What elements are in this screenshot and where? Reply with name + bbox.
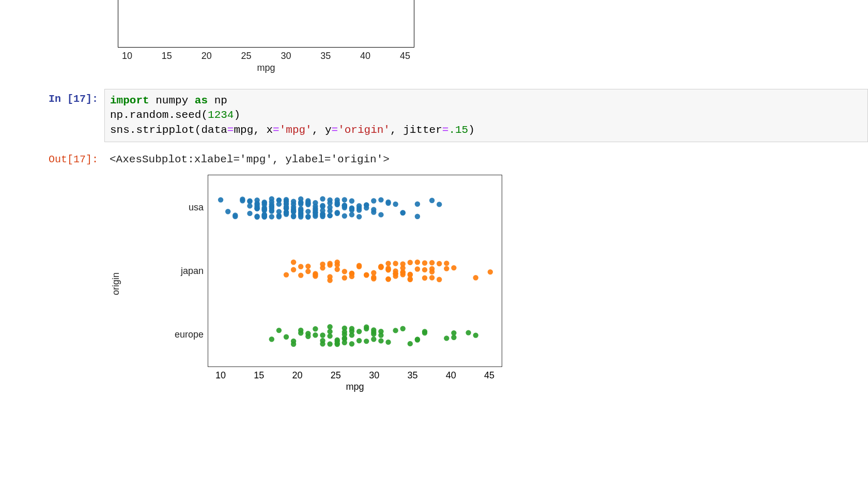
data-point-usa bbox=[269, 208, 274, 213]
arg-data: mpg, x bbox=[234, 124, 273, 136]
prev-chart-xticks: 1015202530354045 bbox=[118, 51, 414, 62]
data-point-europe bbox=[444, 335, 449, 341]
data-point-usa bbox=[305, 209, 311, 214]
output-plot: origin usa japan europe 1015202530354045… bbox=[104, 170, 868, 403]
data-point-japan bbox=[451, 265, 456, 270]
data-point-europe bbox=[320, 332, 325, 338]
code-editor[interactable]: import numpy as np np.random.seed(1234) … bbox=[104, 89, 868, 142]
data-point-europe bbox=[342, 332, 347, 337]
ytick-europe: europe bbox=[175, 329, 204, 340]
strip-xtick: 10 bbox=[215, 370, 226, 381]
data-point-europe bbox=[269, 337, 274, 342]
data-point-japan bbox=[400, 272, 406, 277]
data-point-europe bbox=[371, 327, 376, 332]
data-point-usa bbox=[320, 196, 325, 202]
data-point-europe bbox=[349, 326, 354, 331]
data-point-europe bbox=[451, 335, 456, 340]
notebook-root: 1015202530354045 mpg In [17]: import num… bbox=[0, 0, 868, 403]
data-point-usa bbox=[415, 202, 420, 207]
data-point-europe bbox=[349, 341, 354, 346]
y-axis-label: origin bbox=[111, 272, 121, 295]
data-point-usa bbox=[276, 214, 282, 219]
data-point-usa bbox=[262, 214, 267, 219]
data-point-usa bbox=[400, 210, 406, 216]
data-point-usa bbox=[327, 201, 332, 206]
data-point-japan bbox=[422, 276, 427, 281]
data-point-japan bbox=[415, 266, 420, 271]
data-point-usa bbox=[385, 201, 391, 206]
x-axis-label: mpg bbox=[208, 381, 502, 392]
data-point-europe bbox=[276, 328, 282, 333]
data-point-usa bbox=[262, 207, 267, 212]
data-point-usa bbox=[247, 198, 252, 203]
data-point-europe bbox=[327, 341, 332, 346]
strip-xtick: 35 bbox=[407, 370, 417, 381]
data-point-usa bbox=[335, 200, 340, 205]
output-cell: Out[17]: <AxesSubplot:xlabel='mpg', ylab… bbox=[0, 149, 868, 170]
data-point-japan bbox=[385, 266, 391, 271]
data-point-japan bbox=[305, 269, 311, 274]
data-point-usa bbox=[276, 202, 282, 207]
out-prompt: Out[17]: bbox=[0, 149, 104, 170]
data-point-usa bbox=[320, 203, 325, 208]
data-point-japan bbox=[385, 261, 391, 266]
data-point-usa bbox=[225, 209, 230, 214]
data-point-japan bbox=[298, 264, 303, 269]
data-point-japan bbox=[429, 260, 435, 265]
data-point-japan bbox=[313, 273, 318, 279]
data-point-usa bbox=[335, 210, 340, 215]
prev-chart-frame bbox=[118, 0, 414, 48]
data-point-usa bbox=[357, 205, 362, 210]
data-point-usa bbox=[342, 203, 347, 208]
data-point-usa bbox=[254, 213, 259, 219]
data-point-usa bbox=[342, 197, 347, 202]
data-point-europe bbox=[298, 330, 303, 335]
strip-plot-container: origin usa japan europe 1015202530354045… bbox=[161, 175, 502, 392]
prev-xtick: 20 bbox=[202, 51, 212, 62]
ytick-usa: usa bbox=[189, 202, 204, 213]
data-point-usa bbox=[437, 202, 442, 207]
code-seed-call: np.random.seed( bbox=[110, 109, 208, 121]
data-point-japan bbox=[393, 261, 398, 266]
data-point-europe bbox=[357, 329, 362, 334]
data-point-usa bbox=[342, 213, 347, 219]
data-point-usa bbox=[393, 202, 398, 207]
data-point-japan bbox=[473, 275, 478, 280]
data-point-japan bbox=[335, 259, 340, 265]
data-point-usa bbox=[349, 206, 354, 211]
data-point-usa bbox=[254, 197, 259, 203]
data-point-usa bbox=[349, 212, 354, 217]
data-point-europe bbox=[342, 340, 347, 345]
strip-xtick: 45 bbox=[484, 370, 494, 381]
eq-1: = bbox=[227, 124, 234, 136]
output-repr: <AxesSubplot:xlabel='mpg', ylabel='origi… bbox=[104, 149, 868, 170]
strip-xtick: 30 bbox=[369, 370, 379, 381]
data-point-usa bbox=[240, 198, 245, 203]
data-point-usa bbox=[327, 213, 332, 218]
data-point-japan bbox=[393, 271, 398, 276]
data-point-japan bbox=[284, 272, 289, 277]
data-point-europe bbox=[305, 334, 311, 339]
data-point-usa bbox=[284, 211, 289, 217]
data-point-europe bbox=[415, 337, 420, 342]
data-point-usa bbox=[378, 197, 383, 202]
data-point-japan bbox=[378, 264, 383, 269]
data-point-usa bbox=[291, 198, 296, 204]
data-point-europe bbox=[327, 329, 332, 334]
eq-4: = bbox=[442, 124, 449, 136]
data-point-usa bbox=[284, 198, 289, 204]
data-point-usa bbox=[269, 196, 274, 202]
data-point-usa bbox=[233, 214, 238, 219]
data-point-europe bbox=[291, 342, 296, 347]
data-point-europe bbox=[349, 332, 354, 338]
data-point-europe bbox=[466, 330, 471, 335]
data-point-japan bbox=[364, 272, 369, 278]
data-point-japan bbox=[444, 266, 449, 271]
code-stripplot-call: sns.stripplot(data bbox=[110, 124, 227, 136]
prev-chart-fragment: 1015202530354045 mpg bbox=[118, 0, 414, 73]
arg-x: 'mpg' bbox=[280, 124, 312, 136]
strip-xtick: 15 bbox=[254, 370, 264, 381]
data-point-usa bbox=[371, 207, 376, 212]
eq-2: = bbox=[273, 124, 280, 136]
data-point-usa bbox=[298, 208, 303, 213]
